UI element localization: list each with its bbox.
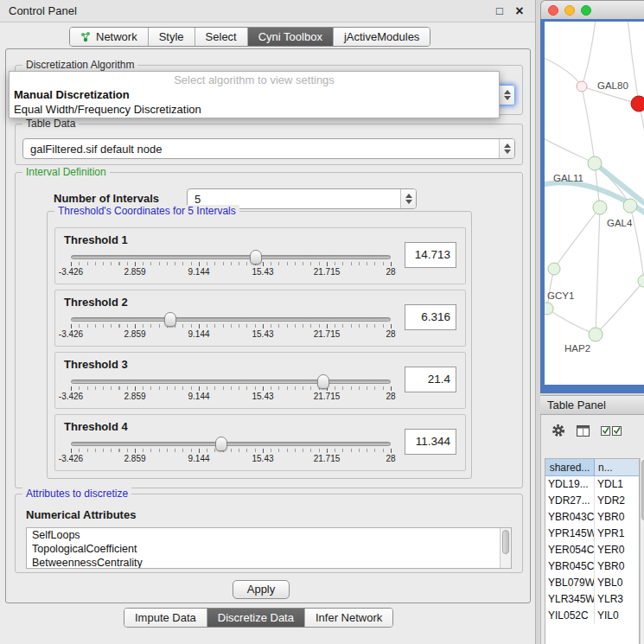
group-title: Interval Definition [22, 166, 110, 178]
tab-impute-data[interactable]: Impute Data [124, 609, 207, 627]
tab-style[interactable]: Style [149, 28, 195, 46]
apply-button[interactable]: Apply [233, 580, 290, 599]
threshold-4-slider-thumb[interactable] [215, 437, 227, 451]
node-table[interactable]: shared... n... YDL19...YDL1YDR27...YDR2Y… [545, 458, 640, 644]
select-all-columns-icon[interactable] [601, 425, 623, 437]
algorithm-option-manual-discretization[interactable]: Manual Discretization [10, 87, 499, 102]
slider-tick-mark [199, 262, 200, 266]
network-node-label[interactable]: GAL11 [553, 173, 583, 183]
attributes-to-discretize-group: Attributes to discretize Numerical Attri… [15, 494, 523, 573]
network-node-green[interactable] [548, 263, 560, 275]
slider-tick-label: 9.144 [188, 329, 209, 339]
algorithm-placeholder-option[interactable]: Select algorithm to view settings [10, 73, 499, 87]
slider-tick-mark [135, 262, 136, 266]
network-node-green[interactable] [589, 328, 603, 341]
table-data-selected-value: galFiltered.sif default node [23, 143, 499, 156]
slider-tick-mark [327, 324, 328, 328]
float-window-icon[interactable]: □ [493, 4, 507, 17]
tab-network[interactable]: Network [70, 28, 149, 46]
combo-stepper-icon [400, 189, 416, 208]
network-node-label[interactable]: GAL4 [607, 218, 633, 228]
network-edge[interactable] [639, 104, 644, 160]
cell-shared-name: YIL052C [545, 608, 595, 624]
table-row[interactable]: YDR27...YDR2 [545, 493, 639, 509]
network-edge[interactable] [596, 207, 600, 335]
network-node-green[interactable] [638, 275, 644, 287]
table-row[interactable]: YBR045CYBR0 [545, 558, 639, 575]
network-edge[interactable] [545, 56, 582, 86]
slider-track[interactable] [71, 255, 391, 259]
table-row[interactable]: YIL052CYIL0 [545, 608, 639, 624]
list-item-selfloops[interactable]: SelfLoops [27, 528, 511, 542]
threshold-3-slider-thumb[interactable] [317, 374, 329, 389]
slider-tick-label: 2.859 [124, 329, 145, 339]
slider-tick-label: -3.426 [59, 329, 83, 339]
tab-jactivemodules[interactable]: jActiveModules [334, 28, 430, 46]
table-settings-gear-icon[interactable] [552, 424, 565, 437]
threshold-1-value-field[interactable]: 14.713 [405, 242, 456, 268]
slider-tick-mark [199, 449, 200, 453]
network-node-label[interactable]: GCY1 [547, 290, 574, 301]
network-node-green[interactable] [588, 156, 602, 170]
algorithm-option-equal-width-frequency-discretization[interactable]: Equal Width/Frequency Discretization [10, 102, 499, 117]
list-item-topologicalcoefficient[interactable]: TopologicalCoefficient [27, 542, 511, 556]
table-scrollbar[interactable] [640, 458, 644, 644]
network-edge[interactable] [582, 22, 596, 86]
network-edge[interactable] [596, 281, 644, 335]
slider-tick-label: 28 [386, 329, 395, 339]
tab-select[interactable]: Select [195, 28, 248, 46]
threshold-1-slider[interactable]: -3.4262.8599.14415.4321.71528 [71, 247, 391, 282]
threshold-2-slider[interactable]: -3.4262.8599.14415.4321.71528 [71, 309, 391, 344]
table-row[interactable]: YER054CYER0 [545, 542, 639, 558]
network-node-red[interactable] [631, 96, 644, 112]
cell-shared-name: YPR145W [545, 526, 595, 542]
network-node-green[interactable] [593, 201, 607, 214]
network-node-green[interactable] [623, 199, 637, 213]
minimize-traffic-light-icon[interactable] [564, 5, 575, 16]
network-edge[interactable] [547, 309, 596, 335]
network-node-pink[interactable] [577, 81, 587, 92]
column-header-shared-name[interactable]: shared... [545, 459, 595, 476]
close-icon[interactable]: × [513, 3, 526, 19]
network-window-titlebar[interactable] [540, 0, 644, 19]
table-row[interactable]: YBR043CYBR0 [545, 509, 639, 526]
list-item-betweennesscentrality[interactable]: BetweennessCentrality [27, 556, 511, 569]
threshold-1-slider-thumb[interactable] [250, 250, 262, 265]
threshold-2-slider-thumb[interactable] [164, 312, 176, 327]
network-node-label[interactable]: HAP2 [564, 343, 590, 354]
tab-cyni-toolbox[interactable]: Cyni Toolbox [248, 28, 334, 46]
attributes-scrollbar-thumb[interactable] [502, 530, 509, 554]
cyni-mode-tab-bar: Impute DataDiscretize DataInfer Network [124, 608, 393, 628]
cell-shared-name: YBL079W [545, 575, 595, 591]
threshold-4-value-field[interactable]: 11.344 [405, 429, 456, 455]
zoom-traffic-light-icon[interactable] [581, 5, 591, 16]
threshold-3-value-field[interactable]: 21.4 [405, 367, 456, 392]
table-row[interactable]: YPR145WYPR1 [545, 526, 639, 542]
threshold-3-slider[interactable]: -3.4262.8599.14415.4321.71528 [71, 372, 391, 406]
network-edge[interactable] [627, 22, 639, 104]
column-header-name[interactable]: n... [595, 459, 639, 476]
network-view-window: GAL80GAL11GAL4GCY1HAP2 [540, 0, 644, 393]
network-canvas[interactable]: GAL80GAL11GAL4GCY1HAP2 [545, 22, 644, 385]
network-edge[interactable] [554, 207, 600, 269]
table-row[interactable]: YDL19...YDL1 [545, 476, 639, 493]
numerical-attributes-list[interactable]: SelfLoopsTopologicalCoefficientBetweenne… [26, 527, 512, 569]
network-edge[interactable] [582, 86, 595, 163]
table-row[interactable]: YBL079WYBL0 [545, 575, 639, 591]
table-data-select[interactable]: galFiltered.sif default node [22, 138, 515, 159]
threshold-2-value-field[interactable]: 6.316 [405, 304, 456, 330]
tab-infer-network[interactable]: Infer Network [305, 609, 392, 627]
slider-track[interactable] [71, 442, 391, 446]
table-row[interactable]: YLR345WYLR3 [545, 591, 639, 608]
close-traffic-light-icon[interactable] [548, 5, 558, 16]
tab-discretize-data[interactable]: Discretize Data [207, 609, 305, 627]
slider-track[interactable] [71, 317, 391, 322]
attributes-scrollbar[interactable] [500, 528, 511, 568]
threshold-4-slider[interactable]: -3.4262.8599.14415.4321.71528 [71, 434, 391, 469]
network-node-label[interactable]: GAL80 [597, 80, 628, 91]
network-edge[interactable] [545, 134, 595, 163]
slider-track[interactable] [71, 379, 391, 384]
select-columns-icon[interactable] [577, 425, 590, 437]
control-panel-titlebar[interactable]: Control Panel □ × [0, 0, 535, 22]
network-node-green[interactable] [545, 303, 553, 315]
